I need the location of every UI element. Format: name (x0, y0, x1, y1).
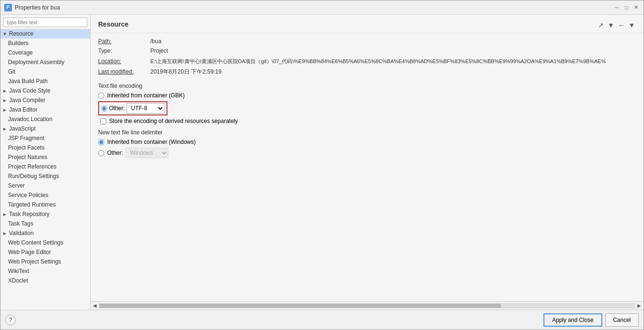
line-delimiter-section-title: New text file line delimiter (98, 129, 636, 136)
scrollbar-thumb (100, 304, 501, 308)
sidebar-item-wikitext[interactable]: WikiText (0, 266, 90, 276)
nav-menu-button[interactable]: ▼ (607, 20, 615, 30)
store-encoding-checkbox[interactable] (100, 118, 106, 124)
sidebar-item-java-compiler[interactable]: ► Java Compiler (0, 95, 90, 105)
sidebar-item-java-editor[interactable]: ► Java Editor (0, 105, 90, 114)
back-button[interactable]: ← (617, 20, 626, 30)
radio-inherited-encoding[interactable] (98, 93, 104, 99)
sidebar-item-label: Coverage (8, 49, 33, 56)
help-button[interactable]: ? (5, 315, 16, 325)
sidebar-item-deployment-assembly[interactable]: Deployment Assembly (0, 57, 90, 67)
sidebar-item-server[interactable]: Server (0, 181, 90, 190)
arrow-icon: ► (2, 88, 7, 94)
forward-icon-button[interactable]: ↗ (597, 20, 605, 30)
scroll-left-button[interactable]: ◀ (92, 303, 98, 308)
sidebar-item-xdoclet[interactable]: XDoclet (0, 276, 90, 285)
sidebar-item-web-project-settings[interactable]: Web Project Settings (0, 257, 90, 266)
footer-right: Apply and Close Cancel (543, 313, 639, 327)
line-delimiter-select[interactable]: Windows Unix Mac OS X (126, 148, 168, 158)
last-modified-label: Last modified: (98, 68, 150, 75)
sidebar-item-jsp-fragment[interactable]: JSP Fragment (0, 133, 90, 143)
arrow-icon: ▼ (2, 31, 7, 37)
sidebar-item-task-repository[interactable]: ► Task Repository (0, 209, 90, 219)
sidebar-item-label: Resource (9, 30, 33, 37)
sidebar: ▼ Resource Builders Coverage Deployment … (0, 15, 91, 310)
radio-other-label: Other: (109, 105, 125, 112)
radio-other-row: Other: UTF-8 GBK ISO-8859-1 (98, 101, 636, 115)
sidebar-item-label: Deployment Assembly (8, 59, 64, 66)
sidebar-item-label: WikiText (8, 268, 29, 274)
sidebar-item-builders[interactable]: Builders (0, 38, 90, 48)
sidebar-item-label: Targeted Runtimes (8, 201, 56, 208)
cancel-button[interactable]: Cancel (605, 313, 639, 327)
sidebar-item-javascript[interactable]: ► JavaScript (0, 124, 90, 133)
sidebar-item-label: Project Natures (8, 154, 47, 160)
sidebar-item-java-build-path[interactable]: Java Build Path (0, 76, 90, 86)
radio-other-line-label: Other: (107, 150, 123, 156)
sidebar-item-java-code-style[interactable]: ► Java Code Style (0, 86, 90, 95)
titlebar: P Properties for bua ─ □ ✕ (0, 0, 644, 15)
footer-left: ? (5, 315, 16, 325)
sidebar-item-validation[interactable]: ► Validation (0, 228, 90, 238)
sidebar-item-label: JavaScript (9, 125, 36, 132)
sidebar-item-label: Validation (9, 230, 34, 236)
path-label: Path: (98, 38, 150, 45)
encoding-section-title: Text file encoding (98, 83, 636, 89)
apply-close-button[interactable]: Apply and Close (543, 313, 602, 327)
path-value: /bua (150, 38, 636, 45)
sidebar-item-label: XDoclet (8, 277, 28, 284)
sidebar-item-resource[interactable]: ▼ Resource (0, 29, 90, 38)
sidebar-item-targeted-runtimes[interactable]: Targeted Runtimes (0, 200, 90, 209)
titlebar-controls: ─ □ ✕ (613, 4, 640, 11)
sidebar-item-label: Task Tags (8, 220, 33, 227)
sidebar-item-project-natures[interactable]: Project Natures (0, 152, 90, 162)
encoding-select[interactable]: UTF-8 GBK ISO-8859-1 (127, 103, 165, 113)
sidebar-item-label: Web Content Settings (8, 239, 64, 246)
arrow-icon: ► (2, 212, 7, 217)
last-modified-row: Last modified: 2019年8月20日 下午2:59:19 (98, 68, 636, 76)
sidebar-item-project-references[interactable]: Project References (0, 162, 90, 171)
nav-down-button[interactable]: ▼ (627, 20, 636, 30)
radio-other-line-row: Other: Windows Unix Mac OS X (98, 148, 636, 158)
sidebar-item-git[interactable]: Git (0, 67, 90, 76)
sidebar-item-label: Java Editor (9, 106, 37, 113)
close-button[interactable]: ✕ (632, 4, 640, 11)
sidebar-item-web-page-editor[interactable]: Web Page Editor (0, 247, 90, 257)
sidebar-item-label: Java Build Path (8, 78, 47, 85)
radio-inherited-row: Inherited from container (GBK) (98, 92, 636, 99)
sidebar-item-label: Git (8, 68, 15, 75)
header-nav-icons: ↗ ▼ ← ▼ (597, 20, 636, 30)
arrow-icon: ► (2, 107, 7, 113)
scrollbar-track[interactable] (99, 303, 635, 308)
filter-input[interactable] (3, 18, 87, 27)
radio-inherited-label: Inherited from container (GBK) (107, 92, 184, 99)
location-value: E:\上海互联网\黄中心\黄浦区中心医院OA项目（git）\07_代码\%E9%… (150, 58, 636, 65)
location-row: Location: E:\上海互联网\黄中心\黄浦区中心医院OA项目（git）\… (98, 58, 636, 65)
minimize-button[interactable]: ─ (613, 4, 621, 11)
sidebar-item-project-facets[interactable]: Project Facets (0, 143, 90, 152)
content-header: Resource ↗ ▼ ← ▼ (91, 15, 644, 33)
sidebar-item-label: Javadoc Location (8, 116, 52, 123)
radio-inherited-line[interactable] (98, 139, 104, 145)
sidebar-item-javadoc-location[interactable]: Javadoc Location (0, 114, 90, 124)
sidebar-item-coverage[interactable]: Coverage (0, 48, 90, 57)
sidebar-item-task-tags[interactable]: Task Tags (0, 219, 90, 228)
store-encoding-label: Store the encoding of derived resources … (109, 118, 238, 124)
location-label: Location: (98, 58, 150, 65)
sidebar-item-label: Service Policies (8, 192, 48, 198)
sidebar-item-service-policies[interactable]: Service Policies (0, 190, 90, 200)
sidebar-item-label: Web Page Editor (8, 249, 51, 255)
window-title: Properties for bua (15, 4, 60, 11)
sidebar-item-web-content-settings[interactable]: Web Content Settings (0, 238, 90, 247)
radio-other-line[interactable] (98, 150, 104, 156)
sidebar-item-label: Project Facets (8, 144, 45, 151)
scrollbar-area: ◀ ▶ (91, 301, 644, 310)
restore-button[interactable]: □ (623, 4, 630, 11)
content-body: Path: /bua Type: Project Location: E:\上海… (91, 33, 644, 301)
radio-other-encoding[interactable] (101, 105, 107, 112)
scroll-right-button[interactable]: ▶ (636, 303, 643, 308)
arrow-icon: ► (2, 98, 7, 103)
type-label: Type: (98, 47, 150, 54)
sidebar-item-label: Run/Debug Settings (8, 173, 59, 179)
sidebar-item-run-debug-settings[interactable]: Run/Debug Settings (0, 171, 90, 181)
